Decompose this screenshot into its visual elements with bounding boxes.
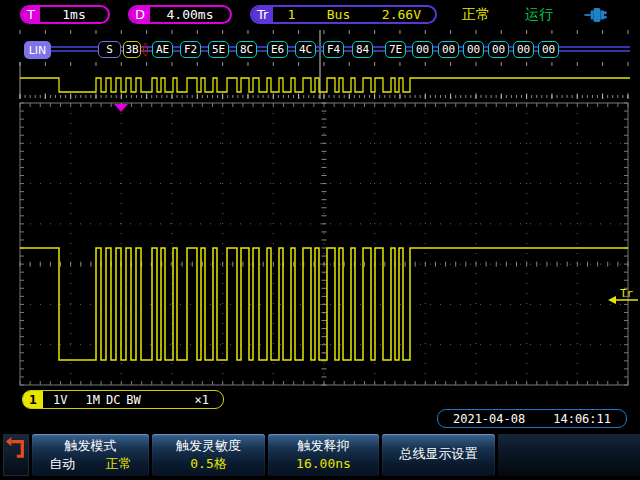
decode-byte-box: 84 [352, 41, 373, 58]
oscilloscope-screen: Tr T 1ms D 4.00ms Tr 1 Bus 2.66V 正常 运行 L… [0, 0, 640, 480]
trigger-level-marker[interactable]: Tr [608, 287, 638, 304]
channel-impedance: 1M [85, 393, 99, 407]
menu-bus-display-settings[interactable]: 总线显示设置 [382, 434, 495, 476]
datetime-box: 2021-04-08 14:06:11 [437, 409, 627, 428]
decode-byte-box: 7E [385, 41, 406, 58]
svg-text:Tr: Tr [620, 287, 634, 300]
decode-byte-box: 00 [513, 41, 534, 58]
menu-title: 触发灵敏度 [154, 437, 263, 455]
decode-byte-box: 4C [295, 41, 316, 58]
timebase-capsule[interactable]: T 1ms [20, 5, 110, 24]
decode-byte-box: F2 [180, 41, 201, 58]
channel-bandwidth: BW [126, 393, 140, 407]
run-status-label: 运行 [525, 6, 553, 24]
decode-byte-box: 00 [488, 41, 509, 58]
menu-title: 总线显示设置 [384, 445, 493, 463]
trigger-position-marker[interactable] [114, 104, 128, 112]
trigger-source: 1 [287, 7, 295, 22]
channel-info-box[interactable]: 1 1V 1M DC BW ×1 [22, 390, 224, 409]
decode-byte-box: 00 [438, 41, 459, 58]
decode-byte-box: S [98, 41, 121, 58]
menu-trigger-sensitivity[interactable]: 触发灵敏度 0.5格 [152, 434, 265, 476]
menu-option-auto: 自动 [49, 455, 75, 473]
decode-byte-box: 00 [538, 41, 559, 58]
delay-capsule[interactable]: D 4.00ms [128, 5, 232, 24]
decode-error-marker [143, 43, 148, 56]
time-label: 14:06:11 [553, 412, 611, 426]
channel-scale: 1V [53, 393, 67, 407]
menu-trigger-mode[interactable]: 触发模式 自动 正常 [32, 434, 149, 476]
decode-byte-box: 3B [123, 41, 141, 58]
trigger-type: Bus [327, 7, 350, 22]
decode-byte-box: AE [152, 41, 173, 58]
decode-byte-box: 5E [208, 41, 229, 58]
bottom-menu: 触发模式 自动 正常 触发灵敏度 0.5格 触发释抑 16.00ns 总线显示设… [0, 432, 640, 478]
protocol-badge: LIN [24, 41, 51, 59]
menu-value: 0.5格 [154, 455, 263, 473]
back-button[interactable] [3, 434, 29, 476]
trigger-capsule[interactable]: Tr 1 Bus 2.66V [250, 5, 437, 24]
decode-byte-box: 00 [463, 41, 484, 58]
trigger-badge: Tr [252, 7, 273, 22]
menu-empty-area [498, 434, 640, 476]
trigger-level: 2.66V [382, 7, 421, 22]
menu-value: 16.00ns [270, 456, 377, 471]
delay-value: 4.00ms [150, 7, 230, 22]
decode-byte-box: F4 [323, 41, 344, 58]
menu-option-normal: 正常 [106, 455, 132, 473]
usb-plug-icon [583, 7, 609, 23]
channel-number-badge: 1 [23, 391, 43, 408]
channel-probe: ×1 [195, 393, 209, 407]
menu-title: 触发释抑 [270, 437, 377, 455]
channel-coupling: DC [106, 393, 120, 407]
date-label: 2021-04-08 [453, 412, 525, 426]
menu-title: 触发模式 [34, 437, 147, 455]
menu-trigger-holdoff[interactable]: 触发释抑 16.00ns [268, 434, 379, 476]
decode-byte-box: E6 [267, 41, 288, 58]
back-arrow-icon [4, 435, 26, 461]
delay-badge: D [130, 7, 150, 22]
trigger-status-label: 正常 [462, 6, 490, 24]
decode-byte-box: 00 [412, 41, 433, 58]
timebase-value: 1ms [40, 7, 108, 22]
timebase-badge: T [22, 7, 40, 22]
decode-byte-box: 8C [236, 41, 257, 58]
